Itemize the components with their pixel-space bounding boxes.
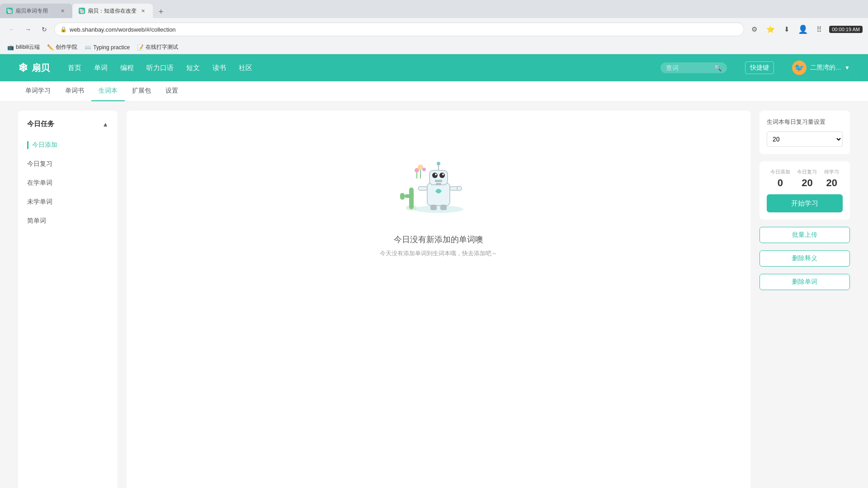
settings-icon[interactable]: ⠿: [813, 23, 826, 36]
user-name: 二黑湾的...: [810, 64, 841, 72]
search-box[interactable]: 🔍: [660, 62, 727, 73]
right-panel: 生词本每日复习量设置 10 20 30 50 今日添加 0 今日复习: [760, 111, 850, 488]
forward-button[interactable]: →: [22, 23, 34, 36]
svg-rect-19: [418, 187, 427, 190]
online-typing-favicon: 📝: [137, 44, 144, 51]
left-nav-today-review[interactable]: 今日复习: [18, 155, 118, 174]
bookmarks-bar: 📺 bilibili云端 ✏️ 创作学院 ⌨️ Typing practice …: [0, 41, 868, 54]
robot-illustration: [398, 138, 479, 221]
svg-rect-18: [435, 180, 442, 182]
typing-favicon: ⌨️: [85, 44, 91, 51]
today-review-label: 今日复习: [27, 160, 52, 168]
new-tab-button[interactable]: +: [155, 5, 167, 18]
logo-icon: ❄: [18, 61, 28, 75]
left-nav-simple-words[interactable]: 简单词: [18, 211, 118, 230]
panel-header: 今日任务 ▲: [18, 120, 118, 136]
delete-meaning-button[interactable]: 删除释义: [760, 250, 850, 267]
stat-today-added: 今日添加 0: [770, 169, 790, 189]
left-nav-not-studied[interactable]: 未学单词: [18, 192, 118, 211]
tab2-close[interactable]: ✕: [139, 7, 146, 14]
nav-reading[interactable]: 读书: [212, 62, 226, 74]
svg-rect-10: [427, 183, 450, 206]
nav-short-text[interactable]: 短文: [186, 62, 200, 74]
stat-today-review-value: 20: [797, 177, 817, 189]
left-nav-studying[interactable]: 在学单词: [18, 174, 118, 192]
address-lock-icon: 🔒: [60, 26, 67, 33]
stat-today-added-label: 今日添加: [770, 169, 790, 175]
address-url: web.shanbay.com/wordsweb/#/collection: [70, 26, 738, 33]
studying-label: 在学单词: [27, 179, 52, 187]
svg-rect-23: [440, 205, 447, 210]
refresh-button[interactable]: ↻: [38, 23, 51, 36]
tab-expansion[interactable]: 扩展包: [125, 81, 158, 101]
collapse-button[interactable]: ▲: [102, 121, 108, 128]
svg-point-21: [457, 186, 462, 191]
nav-listening[interactable]: 听力口语: [146, 62, 174, 74]
svg-rect-22: [430, 205, 437, 210]
tab2-title: 扇贝：知道你在改变: [88, 7, 137, 15]
chuangzuo-label: 创作学院: [56, 43, 77, 51]
svg-point-9: [414, 206, 463, 213]
tab2-favicon: 🐚: [79, 8, 85, 14]
delete-word-button[interactable]: 删除单词: [760, 274, 850, 290]
nav-vocab[interactable]: 单词: [94, 62, 108, 74]
address-bar[interactable]: 🔒 web.shanbay.com/wordsweb/#/collection: [54, 23, 744, 36]
left-nav-today-added[interactable]: 今日添加: [18, 136, 118, 155]
batch-upload-button[interactable]: 批量上传: [760, 227, 850, 243]
svg-rect-3: [400, 193, 405, 200]
bilibili-label: bilibili云端: [16, 43, 40, 51]
nav-community[interactable]: 社区: [239, 62, 252, 74]
tab-1[interactable]: 🐚 扇贝单词专用 ✕: [0, 4, 72, 18]
tab1-favicon: 🐚: [6, 8, 13, 14]
tab1-close[interactable]: ✕: [59, 7, 66, 14]
tab-new-words[interactable]: 生词本: [91, 81, 125, 101]
svg-point-17: [442, 174, 444, 175]
tab-vocab-study[interactable]: 单词学习: [18, 81, 58, 101]
back-button[interactable]: ←: [5, 23, 18, 36]
timer-display: 00:00:19 AM: [829, 26, 863, 33]
typing-label: Typing practice: [93, 44, 130, 51]
toolbar-right: ⚙ ⭐ ⬇ 👤 ⠿ 00:00:19 AM: [748, 23, 863, 36]
shortcut-button[interactable]: 快捷键: [745, 61, 774, 74]
bookmark-bilibili[interactable]: 📺 bilibili云端: [7, 43, 40, 51]
stat-today-review: 今日复习 20: [797, 169, 817, 189]
review-count-select[interactable]: 10 20 30 50: [767, 131, 843, 147]
dropdown-icon: ▼: [844, 65, 850, 71]
nav-coding[interactable]: 编程: [120, 62, 134, 74]
user-area[interactable]: 🐦 二黑湾的... ▼: [792, 61, 850, 75]
tab-2[interactable]: 🐚 扇贝：知道你在改变 ✕: [72, 4, 153, 18]
nav-home[interactable]: 首页: [68, 62, 81, 74]
online-typing-label: 在线打字测试: [146, 43, 178, 51]
stats-row: 今日添加 0 今日复习 20 待学习 20: [767, 169, 843, 189]
search-input[interactable]: [666, 64, 711, 71]
robot-svg: [398, 138, 479, 219]
stats-card: 今日添加 0 今日复习 20 待学习 20 开始学习: [760, 161, 850, 220]
logo[interactable]: ❄ 扇贝: [18, 61, 50, 75]
svg-rect-1: [409, 188, 414, 209]
panel-title: 今日任务: [27, 120, 54, 128]
browser-toolbar: ← → ↻ 🔒 web.shanbay.com/wordsweb/#/colle…: [0, 18, 868, 41]
svg-point-16: [435, 174, 437, 175]
bookmark-chuangzuo[interactable]: ✏️ 创作学院: [47, 43, 77, 51]
simple-words-label: 简单词: [27, 217, 46, 225]
center-panel: 今日没有新添加的单词噢 今天没有添加单词到生词本哦，快去添加吧～: [127, 111, 750, 488]
not-studied-label: 未学单词: [27, 198, 52, 206]
tab-vocab-book[interactable]: 单词书: [58, 81, 91, 101]
profile-icon[interactable]: 👤: [797, 23, 809, 36]
active-indicator: [27, 141, 28, 149]
bookmark-online-typing[interactable]: 📝 在线打字测试: [137, 43, 178, 51]
browser-chrome: 🐚 扇贝单词专用 ✕ 🐚 扇贝：知道你在改变 ✕ + ← → ↻ 🔒 web.s…: [0, 0, 868, 41]
stat-today-review-label: 今日复习: [797, 169, 817, 175]
start-study-button[interactable]: 开始学习: [767, 194, 843, 212]
today-added-label: 今日添加: [32, 141, 57, 149]
main-content: 今日任务 ▲ 今日添加 今日复习 在学单词 未学单词 简单词: [0, 102, 868, 488]
extensions-icon[interactable]: ⚙: [748, 23, 760, 36]
sub-nav: 单词学习 单词书 生词本 扩展包 设置: [0, 81, 868, 102]
bookmark-icon[interactable]: ⭐: [764, 23, 777, 36]
svg-rect-11: [429, 170, 448, 185]
svg-rect-2: [405, 194, 414, 198]
download-icon[interactable]: ⬇: [780, 23, 793, 36]
svg-point-14: [432, 173, 438, 178]
tab-settings[interactable]: 设置: [158, 81, 185, 101]
bookmark-typing[interactable]: ⌨️ Typing practice: [85, 44, 130, 51]
